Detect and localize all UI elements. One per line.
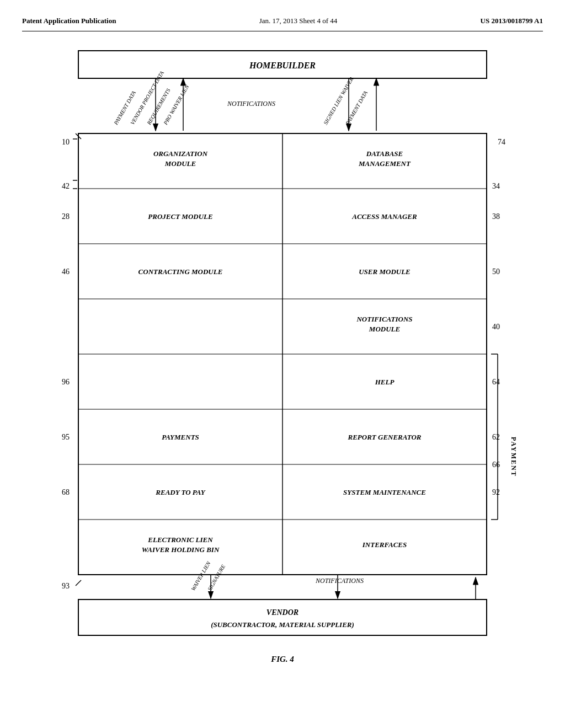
svg-text:93: 93 [62, 582, 70, 590]
svg-text:95: 95 [62, 433, 70, 441]
svg-text:REQUIREMENTS: REQUIREMENTS [146, 88, 172, 126]
svg-text:WAIVER HOLDING BIN: WAIVER HOLDING BIN [142, 545, 220, 554]
svg-text:INTERFACES: INTERFACES [362, 540, 407, 549]
diagram-svg: HOMEBUILDER VENDOR (SUBCONTRACTOR, MATER… [45, 48, 520, 644]
svg-text:SIGNED LIEN WAIVER: SIGNED LIEN WAIVER [322, 76, 354, 126]
svg-text:PAYMENT DATA: PAYMENT DATA [344, 89, 369, 126]
svg-text:WAIVER LIEN: WAIVER LIEN [190, 560, 212, 592]
svg-text:PRO WAIVER LIEN: PRO WAIVER LIEN [162, 83, 190, 126]
svg-text:(SUBCONTRACTOR, MATERIAL SUPPL: (SUBCONTRACTOR, MATERIAL SUPPLIER) [211, 620, 354, 629]
svg-line-38 [76, 133, 81, 139]
svg-text:NOTIFICATIONS: NOTIFICATIONS [356, 315, 412, 323]
svg-text:46: 46 [62, 267, 70, 276]
svg-text:28: 28 [62, 212, 70, 221]
svg-line-55 [76, 580, 81, 586]
svg-text:REPORT GENERATOR: REPORT GENERATOR [347, 433, 421, 441]
svg-text:38: 38 [492, 212, 500, 221]
svg-text:42: 42 [62, 182, 70, 190]
svg-text:SYSTEM MAINTENANCE: SYSTEM MAINTENANCE [343, 488, 426, 496]
svg-text:NOTIFICATIONS: NOTIFICATIONS [315, 577, 364, 585]
svg-text:66: 66 [492, 461, 500, 469]
svg-rect-0 [78, 51, 487, 78]
svg-text:MANAGEMENT: MANAGEMENT [358, 159, 411, 168]
svg-text:VENDOR PROJECT DATA: VENDOR PROJECT DATA [129, 69, 165, 126]
svg-text:68: 68 [62, 488, 70, 496]
svg-text:MODULE: MODULE [164, 159, 196, 168]
svg-text:ORGANIZATION: ORGANIZATION [153, 149, 208, 158]
svg-rect-3 [78, 599, 487, 635]
svg-text:ACCESS MANAGER: ACCESS MANAGER [351, 212, 417, 221]
svg-text:ELECTRONIC LIEN: ELECTRONIC LIEN [147, 536, 213, 544]
svg-text:74: 74 [498, 138, 505, 146]
svg-text:64: 64 [492, 378, 500, 386]
svg-text:34: 34 [492, 182, 500, 190]
svg-text:92: 92 [492, 488, 500, 496]
page: Patent Application Publication Jan. 17, … [0, 0, 565, 728]
svg-text:PAYMENTS: PAYMENTS [162, 433, 199, 441]
svg-text:HELP: HELP [375, 378, 395, 386]
svg-text:PAYMENT DATA: PAYMENT DATA [113, 89, 137, 126]
svg-text:VENDOR: VENDOR [266, 608, 299, 617]
svg-text:MODULE: MODULE [369, 325, 401, 333]
svg-text:40: 40 [492, 323, 500, 331]
svg-text:62: 62 [492, 433, 500, 441]
svg-text:50: 50 [492, 267, 500, 276]
header-right: US 2013/0018799 A1 [481, 17, 543, 25]
svg-text:10: 10 [62, 138, 70, 146]
fig-label: FIG. 4 [22, 655, 543, 664]
diagram-area: HOMEBUILDER VENDOR (SUBCONTRACTOR, MATER… [45, 48, 520, 644]
svg-text:CONTRACTING MODULE: CONTRACTING MODULE [138, 267, 223, 276]
svg-text:READY TO PAY: READY TO PAY [155, 488, 205, 496]
header-left: Patent Application Publication [22, 17, 116, 25]
svg-rect-6 [78, 133, 487, 575]
svg-text:PROJECT MODULE: PROJECT MODULE [148, 212, 213, 221]
svg-text:96: 96 [62, 378, 70, 386]
header: Patent Application Publication Jan. 17, … [22, 11, 543, 31]
svg-text:HOMEBUILDER: HOMEBUILDER [249, 61, 316, 70]
header-center: Jan. 17, 2013 Sheet 4 of 44 [259, 17, 338, 25]
svg-text:SIGNATURE: SIGNATURE [206, 564, 226, 592]
svg-text:NOTIFICATIONS: NOTIFICATIONS [227, 100, 275, 108]
svg-text:USER MODULE: USER MODULE [359, 267, 411, 276]
svg-text:DATABASE: DATABASE [366, 149, 403, 158]
svg-text:PAYMENT: PAYMENT [510, 437, 518, 477]
